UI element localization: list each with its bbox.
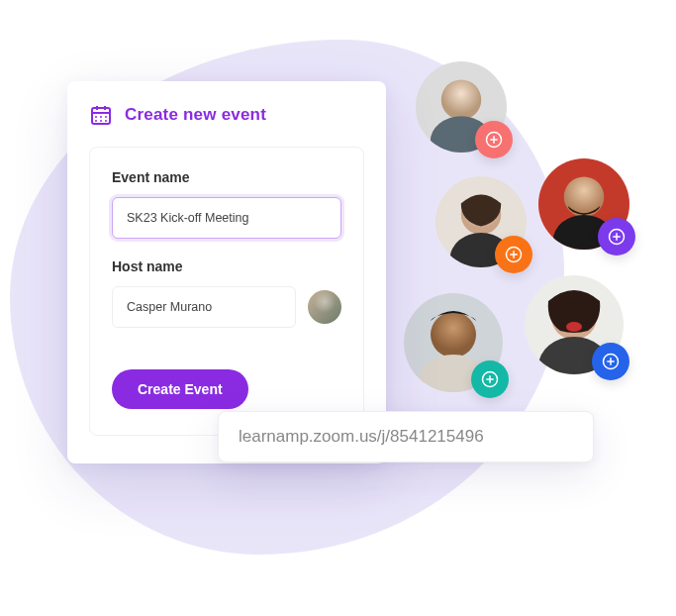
person-avatar-2 [435,176,527,267]
create-event-button[interactable]: Create Event [112,369,248,409]
person-avatar-1 [416,61,507,153]
add-person-icon[interactable] [592,343,629,380]
add-person-icon[interactable] [471,360,509,398]
svg-point-36 [566,322,582,332]
meeting-url-text: learnamp.zoom.us/j/8541215496 [239,427,484,447]
form-panel: Event name Host name Create Event [89,147,364,436]
host-name-input[interactable] [112,286,296,328]
svg-point-11 [441,79,481,119]
person-avatar-4 [404,293,503,392]
add-person-icon[interactable] [495,236,532,273]
card-header: Create new event [89,103,364,127]
host-name-label: Host name [112,258,341,274]
create-event-card: Create new event Event name Host name Cr… [67,81,386,463]
person-avatar-5 [525,275,624,374]
svg-point-23 [564,176,604,216]
meeting-url-bar[interactable]: learnamp.zoom.us/j/8541215496 [218,411,594,462]
host-avatar [308,290,341,324]
calendar-icon [89,103,113,127]
svg-point-29 [431,312,476,358]
add-person-icon[interactable] [475,121,513,158]
add-person-icon[interactable] [598,218,635,256]
host-name-group: Host name [112,258,341,328]
card-title: Create new event [125,105,266,125]
event-name-input[interactable] [112,197,341,239]
event-name-group: Event name [112,169,341,239]
person-avatar-3 [538,158,629,250]
event-name-label: Event name [112,169,341,185]
